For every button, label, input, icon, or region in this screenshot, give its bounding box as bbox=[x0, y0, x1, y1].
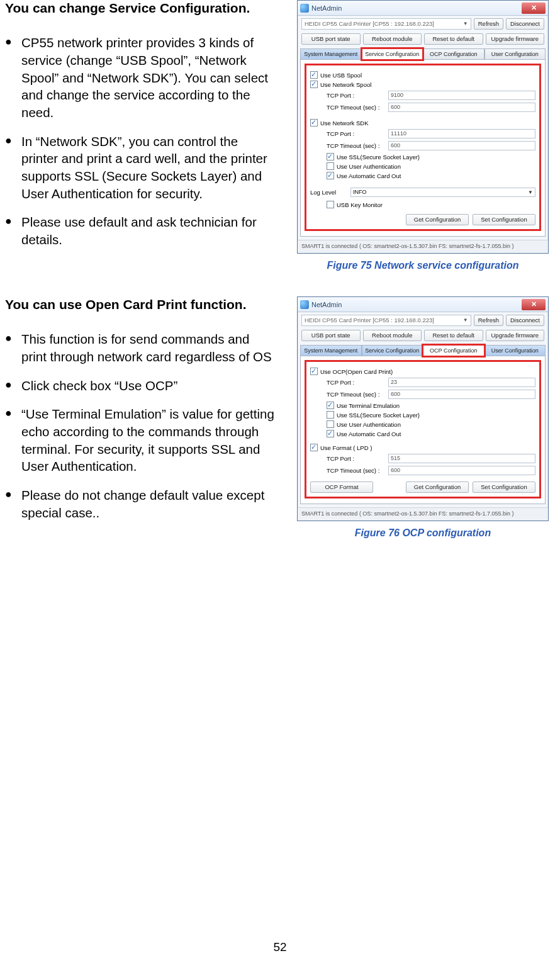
status-bar: SMART1 is connected ( OS: smartnet2-os-1… bbox=[298, 507, 548, 521]
log-level-row: Log Level INFO ▼ bbox=[310, 188, 535, 197]
set-configuration-button[interactable]: Set Configuration bbox=[473, 214, 535, 225]
action-buttons-row: USB port state Reboot module Reset to de… bbox=[298, 32, 548, 48]
use-ocp-label: Use OCP(Open Card Print) bbox=[320, 368, 393, 375]
section2-heading: You can use Open Card Print function. bbox=[5, 296, 276, 313]
use-network-sdk-checkbox[interactable] bbox=[310, 119, 318, 127]
tcp-port-input[interactable]: 515 bbox=[388, 454, 535, 463]
window-title: NetAdmin bbox=[311, 301, 519, 308]
use-auto-card-checkbox[interactable] bbox=[327, 172, 334, 179]
upgrade-firmware-button[interactable]: Upgrade firmware bbox=[486, 330, 545, 341]
upgrade-firmware-button[interactable]: Upgrade firmware bbox=[486, 33, 545, 45]
use-auto-card-row: Use Automatic Card Out bbox=[310, 430, 535, 437]
tcp-port-input[interactable]: 9100 bbox=[388, 91, 535, 100]
log-level-select[interactable]: INFO ▼ bbox=[350, 188, 535, 197]
action-buttons-row: USB port state Reboot module Reset to de… bbox=[298, 329, 548, 345]
section-service-config: You can change Service Configuration. CP… bbox=[5, 0, 555, 271]
tcp-timeout-label: TCP Timeout (sec) : bbox=[327, 104, 383, 111]
use-terminal-checkbox[interactable] bbox=[327, 402, 334, 409]
document-page: You can change Service Configuration. CP… bbox=[0, 0, 560, 963]
chevron-down-icon: ▼ bbox=[528, 188, 533, 196]
use-usb-spool-checkbox[interactable] bbox=[310, 71, 318, 79]
ocp-format-button[interactable]: OCP Format bbox=[310, 482, 373, 493]
use-ssl-row: Use SSL(Secure Socket Layer) bbox=[310, 411, 535, 419]
tcp-port-row: TCP Port : 9100 bbox=[318, 91, 535, 100]
close-button[interactable]: ✕ bbox=[522, 3, 546, 14]
get-configuration-button[interactable]: Get Configuration bbox=[406, 482, 469, 493]
use-auto-card-row: Use Automatic Card Out bbox=[310, 172, 535, 179]
reboot-button[interactable]: Reboot module bbox=[363, 330, 422, 341]
printer-address-select[interactable]: HEIDI CP55 Card Printer [CP55 : 192.168.… bbox=[301, 18, 471, 30]
set-configuration-button[interactable]: Set Configuration bbox=[473, 482, 535, 493]
tab-system-management[interactable]: System Management bbox=[300, 345, 362, 356]
tcp-timeout-row-lpd: TCP Timeout (sec) : 600 bbox=[318, 466, 535, 475]
use-auth-label: Use User Authentication bbox=[337, 163, 401, 170]
titlebar: NetAdmin ✕ bbox=[298, 1, 548, 16]
disconnect-button[interactable]: Disconnect bbox=[506, 18, 544, 30]
tab-user-configuration[interactable]: User Configuration bbox=[484, 345, 546, 356]
address-row: HEIDI CP55 Card Printer [CP55 : 192.168.… bbox=[298, 16, 548, 32]
tab-service-configuration[interactable]: Service Configuration bbox=[362, 48, 423, 60]
titlebar: NetAdmin ✕ bbox=[298, 297, 548, 312]
use-usb-spool-label: Use USB Spool bbox=[320, 72, 362, 79]
tcp-timeout-label: TCP Timeout (sec) : bbox=[327, 467, 383, 474]
tabs: System Management Service Configuration … bbox=[298, 345, 548, 356]
tcp-timeout-input[interactable]: 600 bbox=[388, 466, 535, 475]
printer-address-select[interactable]: HEIDI CP55 Card Printer [CP55 : 192.168.… bbox=[301, 315, 471, 326]
tab-system-management[interactable]: System Management bbox=[300, 48, 362, 60]
tcp-port-input[interactable]: 11110 bbox=[388, 129, 535, 138]
use-format-row: Use Format ( LPD ) bbox=[310, 444, 535, 451]
section1-text: You can change Service Configuration. CP… bbox=[5, 0, 291, 271]
close-button[interactable]: ✕ bbox=[522, 299, 546, 310]
bullet-text: This function is for send commands and p… bbox=[5, 330, 276, 365]
page-number: 52 bbox=[0, 940, 560, 954]
log-level-label: Log Level bbox=[310, 189, 347, 196]
usb-key-monitor-label: USB Key Monitor bbox=[337, 201, 383, 208]
address-row: HEIDI CP55 Card Printer [CP55 : 192.168.… bbox=[298, 312, 548, 329]
tab-ocp-configuration[interactable]: OCP Configuration bbox=[423, 48, 484, 60]
use-terminal-row: Use Terminal Emulation bbox=[310, 402, 535, 409]
use-auth-row: Use User Authentication bbox=[310, 162, 535, 170]
chevron-down-icon: ▼ bbox=[463, 19, 468, 29]
reset-default-button[interactable]: Reset to default bbox=[424, 330, 483, 341]
bullet-text: “Use Terminal Emulation” is value for ge… bbox=[5, 405, 276, 475]
use-network-sdk-row: Use Network SDK bbox=[310, 119, 535, 127]
usb-key-monitor-checkbox[interactable] bbox=[327, 201, 334, 208]
bullet-text: Please use default and ask technician fo… bbox=[5, 213, 276, 248]
use-ssl-checkbox[interactable] bbox=[327, 411, 334, 419]
tab-service-configuration[interactable]: Service Configuration bbox=[362, 345, 423, 356]
reboot-button[interactable]: Reboot module bbox=[363, 33, 422, 45]
use-format-checkbox[interactable] bbox=[310, 444, 318, 451]
use-ssl-label: Use SSL(Secure Socket Layer) bbox=[337, 154, 420, 160]
tab-ocp-configuration[interactable]: OCP Configuration bbox=[423, 345, 484, 356]
reset-default-button[interactable]: Reset to default bbox=[424, 33, 483, 45]
use-network-sdk-label: Use Network SDK bbox=[320, 120, 369, 127]
section2-text: You can use Open Card Print function. Th… bbox=[5, 296, 291, 539]
section1-heading: You can change Service Configuration. bbox=[5, 0, 276, 16]
tcp-timeout-input[interactable]: 600 bbox=[388, 103, 535, 112]
tcp-timeout-row-sdk: TCP Timeout (sec) : 600 bbox=[318, 141, 535, 150]
tcp-timeout-input[interactable]: 600 bbox=[388, 390, 535, 399]
tab-user-configuration[interactable]: User Configuration bbox=[484, 48, 546, 60]
tabs: System Management Service Configuration … bbox=[298, 48, 548, 60]
use-ocp-checkbox[interactable] bbox=[310, 368, 318, 375]
use-auth-checkbox[interactable] bbox=[327, 420, 334, 428]
use-auth-checkbox[interactable] bbox=[327, 162, 334, 170]
use-ssl-checkbox[interactable] bbox=[327, 153, 334, 160]
get-configuration-button[interactable]: Get Configuration bbox=[406, 214, 469, 225]
printer-address-value: HEIDI CP55 Card Printer [CP55 : 192.168.… bbox=[305, 19, 434, 29]
use-auto-card-checkbox[interactable] bbox=[327, 430, 334, 437]
use-ssl-row: Use SSL(Secure Socket Layer) bbox=[310, 153, 535, 160]
section2-bullets: This function is for send commands and p… bbox=[5, 330, 276, 521]
tcp-timeout-input[interactable]: 600 bbox=[388, 141, 535, 150]
refresh-button[interactable]: Refresh bbox=[474, 315, 503, 326]
disconnect-button[interactable]: Disconnect bbox=[506, 315, 544, 326]
bullet-text: Please do not change default value excep… bbox=[5, 487, 276, 521]
usb-port-state-button[interactable]: USB port state bbox=[301, 330, 361, 341]
refresh-button[interactable]: Refresh bbox=[474, 18, 503, 30]
tcp-port-input[interactable]: 23 bbox=[388, 378, 535, 387]
use-network-spool-checkbox[interactable] bbox=[310, 81, 318, 88]
usb-port-state-button[interactable]: USB port state bbox=[301, 33, 361, 45]
section2-figure: NetAdmin ✕ HEIDI CP55 Card Printer [CP55… bbox=[291, 296, 555, 539]
use-auto-card-label: Use Automatic Card Out bbox=[337, 431, 401, 437]
use-auth-label: Use User Authentication bbox=[337, 421, 401, 428]
